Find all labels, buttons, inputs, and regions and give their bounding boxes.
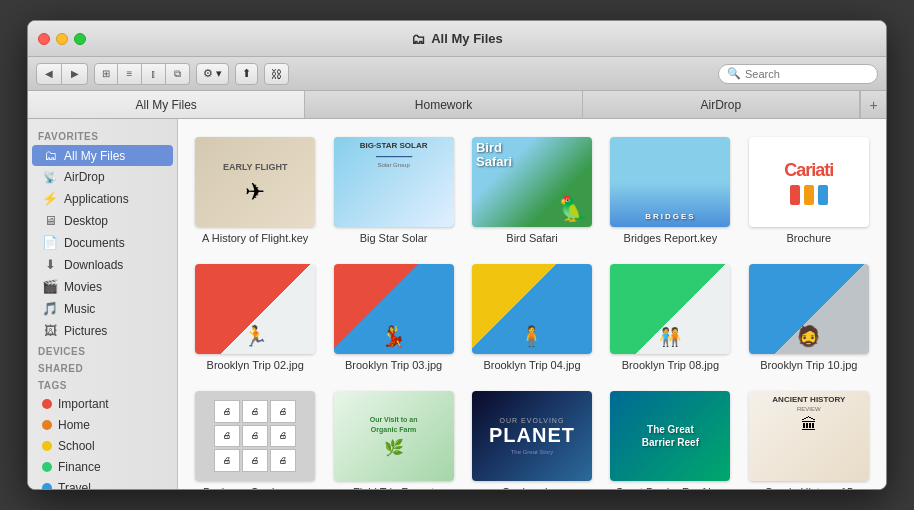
file-item-brooklyn08[interactable]: 🧑‍🤝‍🧑 Brooklyn Trip 08.jpg: [605, 258, 735, 377]
view-list-button[interactable]: ≡: [118, 63, 142, 85]
airdrop-icon: 📡: [42, 171, 58, 184]
file-name-barrier: Great Barrier Reef.key: [615, 486, 725, 489]
view-icon-button[interactable]: ⊞: [94, 63, 118, 85]
nav-group: ◀ ▶: [36, 63, 88, 85]
file-item-brooklyn04[interactable]: 🧍 Brooklyn Trip 04.jpg: [467, 258, 597, 377]
toolbar: ◀ ▶ ⊞ ≡ ⫿ ⧉ ⚙ ▾ ⬆ ⛓ 🔍: [28, 57, 886, 91]
search-icon: 🔍: [727, 67, 741, 80]
sidebar-item-pictures[interactable]: 🖼 Pictures: [32, 320, 173, 341]
view-cover-button[interactable]: ⧉: [166, 63, 190, 85]
finder-window: 🗂 All My Files ◀ ▶ ⊞ ≡ ⫿ ⧉ ⚙ ▾ ⬆ ⛓ 🔍 All…: [27, 20, 887, 490]
traffic-lights: [38, 33, 86, 45]
tab-all-my-files[interactable]: All My Files: [28, 91, 305, 118]
file-name-birdsafari: Bird Safari: [506, 232, 557, 244]
sidebar-item-documents[interactable]: 📄 Documents: [32, 232, 173, 253]
window-title-icon: 🗂: [411, 31, 425, 47]
close-button[interactable]: [38, 33, 50, 45]
add-tab-button[interactable]: +: [860, 91, 886, 118]
link-button[interactable]: ⛓: [264, 63, 289, 85]
file-thumb-brooklyn10: 🧔: [749, 264, 869, 354]
sidebar-tag-home[interactable]: Home: [32, 415, 173, 435]
file-item-greek[interactable]: ANCIENT HISTORY REVIEW 🏛 Greek_History_1…: [744, 385, 874, 489]
file-item-bridges[interactable]: BRIDGES Bridges Report.key: [605, 131, 735, 250]
file-item-barrier[interactable]: The GreatBarrier Reef Great Barrier Reef…: [605, 385, 735, 489]
file-item-brooklyn10[interactable]: 🧔 Brooklyn Trip 10.jpg: [744, 258, 874, 377]
pictures-icon: 🖼: [42, 323, 58, 338]
sidebar: FAVORITES 🗂 All My Files 📡 AirDrop ⚡ App…: [28, 119, 178, 489]
share-button[interactable]: ⬆: [235, 63, 258, 85]
main-content: FAVORITES 🗂 All My Files 📡 AirDrop ⚡ App…: [28, 119, 886, 489]
sidebar-item-desktop[interactable]: 🖥 Desktop: [32, 210, 173, 231]
file-thumb-brooklyn08: 🧑‍🤝‍🧑: [610, 264, 730, 354]
file-thumb-birdsafari: BirdSafari 🦜: [472, 137, 592, 227]
file-item-birdsafari[interactable]: BirdSafari 🦜 Bird Safari: [467, 131, 597, 250]
file-item-brooklyn03[interactable]: 💃 Brooklyn Trip 03.jpg: [328, 258, 458, 377]
tag-dot-important: [42, 399, 52, 409]
title-bar: 🗂 All My Files: [28, 21, 886, 57]
file-thumb-geology: OUR EVOLVING PLANET The Great Story: [472, 391, 592, 481]
sidebar-item-movies[interactable]: 🎬 Movies: [32, 276, 173, 297]
file-name-geology: Geology.key: [502, 486, 562, 489]
back-button[interactable]: ◀: [36, 63, 62, 85]
window-title: 🗂 All My Files: [411, 31, 503, 47]
tab-homework[interactable]: Homework: [305, 91, 582, 118]
all-my-files-icon: 🗂: [42, 148, 58, 163]
sidebar-item-airdrop[interactable]: 📡 AirDrop: [32, 167, 173, 187]
action-button[interactable]: ⚙ ▾: [196, 63, 229, 85]
file-thumb-brooklyn04: 🧍: [472, 264, 592, 354]
file-thumb-brooklyn03: 💃: [334, 264, 454, 354]
tab-airdrop[interactable]: AirDrop: [583, 91, 860, 118]
file-item-flight[interactable]: EARLY FLIGHT ✈ A History of Flight.key: [190, 131, 320, 250]
file-thumb-bridges: BRIDGES: [610, 137, 730, 227]
file-item-brooklyn02[interactable]: 🏃 Brooklyn Trip 02.jpg: [190, 258, 320, 377]
documents-icon: 📄: [42, 235, 58, 250]
desktop-icon: 🖥: [42, 213, 58, 228]
sidebar-favorites-label: FAVORITES: [28, 127, 177, 144]
view-col-button[interactable]: ⫿: [142, 63, 166, 85]
search-input[interactable]: [745, 68, 869, 80]
sidebar-item-music[interactable]: 🎵 Music: [32, 298, 173, 319]
file-name-brochure: Brochure: [786, 232, 831, 244]
file-item-fieldtrip[interactable]: Our Visit to anOrganic Farm 🌿 Field Trip…: [328, 385, 458, 489]
file-item-solar[interactable]: BIG·STAR SOLAR ━━━━━━━━━ Solar Group Big…: [328, 131, 458, 250]
file-name-solar: Big Star Solar: [360, 232, 428, 244]
sidebar-item-applications[interactable]: ⚡ Applications: [32, 188, 173, 209]
file-item-geology[interactable]: OUR EVOLVING PLANET The Great Story Geol…: [467, 385, 597, 489]
tab-bar: All My Files Homework AirDrop +: [28, 91, 886, 119]
sidebar-devices-label: DEVICES: [28, 342, 177, 359]
file-name-fieldtrip: Field Trip Report: [353, 486, 434, 489]
file-name-business: Business Card.pages: [203, 486, 308, 489]
maximize-button[interactable]: [74, 33, 86, 45]
sidebar-shared-label: SHARED: [28, 359, 177, 376]
forward-button[interactable]: ▶: [62, 63, 88, 85]
sidebar-tags-label: TAGS: [28, 376, 177, 393]
file-name-brooklyn10: Brooklyn Trip 10.jpg: [760, 359, 857, 371]
file-name-greek: Greek_History_15: [764, 486, 853, 489]
file-thumb-flight: EARLY FLIGHT ✈: [195, 137, 315, 227]
file-name-flight: A History of Flight.key: [202, 232, 308, 244]
minimize-button[interactable]: [56, 33, 68, 45]
sidebar-tag-finance[interactable]: Finance: [32, 457, 173, 477]
sidebar-tag-travel[interactable]: Travel: [32, 478, 173, 489]
sidebar-tag-school[interactable]: School: [32, 436, 173, 456]
file-name-brooklyn04: Brooklyn Trip 04.jpg: [483, 359, 580, 371]
tag-dot-travel: [42, 483, 52, 489]
file-thumb-business: 🖨 🖨 🖨 🖨 🖨 🖨 🖨 🖨 🖨: [195, 391, 315, 481]
file-thumb-fieldtrip: Our Visit to anOrganic Farm 🌿: [334, 391, 454, 481]
file-grid: EARLY FLIGHT ✈ A History of Flight.key B…: [178, 119, 886, 489]
file-thumb-brochure: Cariati: [749, 137, 869, 227]
file-thumb-solar: BIG·STAR SOLAR ━━━━━━━━━ Solar Group: [334, 137, 454, 227]
tag-dot-school: [42, 441, 52, 451]
sidebar-item-downloads[interactable]: ⬇ Downloads: [32, 254, 173, 275]
file-item-business[interactable]: 🖨 🖨 🖨 🖨 🖨 🖨 🖨 🖨 🖨 Business Card.pages: [190, 385, 320, 489]
tag-dot-home: [42, 420, 52, 430]
file-name-bridges: Bridges Report.key: [624, 232, 718, 244]
file-thumb-barrier: The GreatBarrier Reef: [610, 391, 730, 481]
file-name-brooklyn03: Brooklyn Trip 03.jpg: [345, 359, 442, 371]
file-item-brochure[interactable]: Cariati Brochure: [744, 131, 874, 250]
file-thumb-brooklyn02: 🏃: [195, 264, 315, 354]
sidebar-item-all-my-files[interactable]: 🗂 All My Files: [32, 145, 173, 166]
sidebar-tag-important[interactable]: Important: [32, 394, 173, 414]
search-box[interactable]: 🔍: [718, 64, 878, 84]
applications-icon: ⚡: [42, 191, 58, 206]
